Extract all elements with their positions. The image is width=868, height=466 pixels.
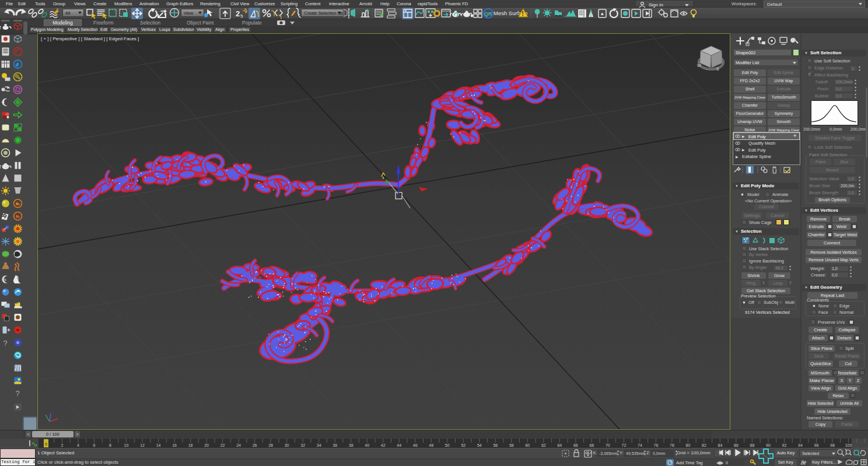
- svg-text:18: 18: [188, 443, 193, 447]
- svg-text:2: 2: [61, 443, 64, 447]
- svg-text:12: 12: [140, 443, 145, 447]
- svg-text:.5: .5: [4, 278, 7, 282]
- svg-text:66: 66: [573, 443, 578, 447]
- svg-text:W: W: [697, 64, 701, 68]
- svg-text:52: 52: [461, 443, 466, 447]
- svg-text:?: ?: [16, 389, 20, 398]
- svg-text:72: 72: [622, 443, 626, 447]
- svg-text:0: 0: [45, 442, 47, 446]
- svg-text:90: 90: [766, 443, 771, 447]
- svg-text:32: 32: [300, 443, 305, 447]
- svg-text:28: 28: [268, 443, 273, 447]
- svg-text:46: 46: [413, 443, 418, 447]
- svg-text:80: 80: [686, 443, 691, 447]
- svg-text:98: 98: [830, 443, 835, 447]
- svg-text:?: ?: [4, 339, 8, 348]
- svg-text:84: 84: [718, 443, 723, 447]
- svg-text:64: 64: [557, 443, 562, 447]
- svg-text:74: 74: [638, 443, 642, 447]
- svg-text:88: 88: [750, 443, 755, 447]
- svg-text:48: 48: [429, 443, 433, 447]
- svg-text:36: 36: [332, 443, 337, 447]
- svg-text:14: 14: [156, 443, 161, 447]
- svg-text:54: 54: [477, 443, 482, 447]
- svg-text:24: 24: [236, 443, 241, 447]
- svg-text:94: 94: [798, 443, 803, 447]
- svg-text:96: 96: [814, 443, 819, 447]
- svg-text:92: 92: [782, 443, 787, 447]
- svg-text:100: 100: [845, 443, 852, 447]
- svg-text:8: 8: [109, 443, 111, 447]
- svg-text:76: 76: [654, 443, 659, 447]
- svg-text:QR: QR: [484, 11, 492, 17]
- svg-text:22: 22: [220, 443, 225, 447]
- svg-text:50: 50: [445, 443, 450, 447]
- svg-text:42: 42: [381, 443, 386, 447]
- svg-text:!: !: [522, 10, 524, 17]
- svg-text:58: 58: [509, 443, 514, 447]
- svg-text:10: 10: [124, 443, 129, 447]
- svg-text:38: 38: [349, 443, 354, 447]
- svg-text:62: 62: [541, 443, 546, 447]
- svg-text:Sign In: Sign In: [649, 2, 663, 8]
- svg-text:30: 30: [285, 443, 289, 447]
- svg-text:4: 4: [77, 443, 79, 447]
- svg-text:60: 60: [525, 443, 530, 447]
- svg-text:16: 16: [172, 443, 177, 447]
- svg-text:20: 20: [204, 443, 209, 447]
- svg-text:82: 82: [702, 443, 706, 447]
- svg-text:44: 44: [397, 443, 401, 447]
- svg-text:S: S: [716, 67, 719, 71]
- svg-text:5: 5: [240, 13, 243, 19]
- svg-text:78: 78: [670, 443, 674, 447]
- svg-text:40: 40: [365, 443, 369, 447]
- svg-text:70: 70: [606, 443, 610, 447]
- svg-text:68: 68: [589, 443, 594, 447]
- svg-text:34: 34: [317, 443, 321, 447]
- svg-text:56: 56: [493, 443, 498, 447]
- svg-text:26: 26: [253, 443, 257, 447]
- svg-text:86: 86: [734, 443, 738, 447]
- svg-text:2: 2: [236, 9, 240, 18]
- svg-text:6: 6: [93, 443, 96, 447]
